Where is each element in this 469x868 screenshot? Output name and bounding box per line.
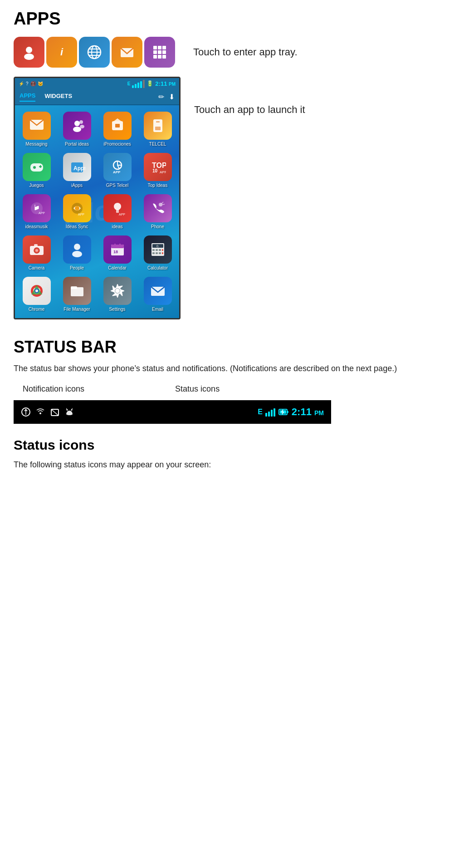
app-tray-icons: i: [14, 37, 175, 68]
svg-rect-14: [153, 55, 157, 59]
svg-line-48: [162, 204, 165, 205]
app-top-ideas[interactable]: TOP10APP Top Ideas: [138, 150, 177, 191]
svg-rect-25: [155, 127, 161, 130]
screenshot-demo-icon: [50, 407, 60, 417]
svg-rect-64: [156, 249, 158, 251]
svg-point-21: [80, 125, 84, 128]
phone-screenshot-container: ⚡ ? 📵 🐱 E 🔋 2:11 PM APPS WID: [14, 77, 455, 319]
bar2: [135, 84, 137, 88]
tray-icon-contact[interactable]: [14, 37, 44, 68]
tray-icon-grid[interactable]: [144, 37, 175, 68]
edit-icon[interactable]: ✏: [158, 93, 164, 101]
svg-rect-52: [34, 244, 38, 246]
launch-text: Touch an app to launch it: [194, 104, 305, 115]
svg-point-43: [114, 203, 121, 210]
app-calculator[interactable]: 0. Calculator: [138, 233, 177, 273]
app-chrome[interactable]: Chrome: [17, 274, 56, 314]
bar5: [143, 80, 145, 88]
svg-text:APP: APP: [39, 211, 45, 215]
app-calendar[interactable]: 18 Calendar: [98, 233, 137, 273]
tray-icon-email[interactable]: [112, 37, 142, 68]
demo-bar4: [274, 408, 275, 417]
svg-rect-76: [71, 286, 77, 289]
svg-rect-70: [162, 252, 163, 254]
app-ideas[interactable]: APP ideas: [98, 191, 137, 232]
app-messaging[interactable]: Messaging: [17, 109, 56, 149]
app-file-manager[interactable]: File Manager: [57, 274, 97, 314]
app-ideasmusik[interactable]: APP ideasmusik: [17, 191, 56, 232]
apps-grid: Messaging Portal ideas iPromociones: [15, 105, 179, 318]
wifi-icon: ?: [26, 81, 29, 86]
phone-tabs: APPS WIDGETS ✏ ⬇: [15, 89, 179, 105]
app-settings[interactable]: Settings: [98, 274, 137, 314]
app-label-portal-ideas: Portal ideas: [65, 142, 89, 147]
demo-bar1: [265, 413, 267, 417]
phone-tab-icons: ✏ ⬇: [158, 93, 175, 101]
svg-rect-56: [111, 245, 124, 248]
apps-title: APPS: [14, 9, 455, 29]
svg-rect-67: [152, 252, 155, 254]
svg-rect-66: [162, 249, 163, 251]
svg-text:0.: 0.: [156, 245, 159, 248]
svg-rect-27: [30, 163, 43, 172]
app-label-ideasmusik: ideasmusik: [25, 224, 48, 229]
usb-demo-icon: [21, 407, 31, 417]
app-gps-telcel[interactable]: APP GPS Telcel: [98, 150, 137, 191]
svg-rect-65: [159, 249, 161, 251]
app-label-telcel: TELCEL: [149, 142, 166, 147]
launch-text-container: Touch an app to launch it: [194, 77, 305, 116]
status-icons-description: The following status icons may appear on…: [14, 458, 455, 471]
app-phone[interactable]: Phone: [138, 191, 177, 232]
app-label-ipromociones: iPromociones: [103, 142, 131, 147]
svg-rect-23: [115, 124, 120, 128]
signal-icon: E: [127, 81, 131, 86]
app-people[interactable]: People: [57, 233, 97, 273]
svg-point-81: [39, 412, 41, 414]
svg-rect-30: [40, 165, 41, 168]
demo-time: 2:11 PM: [292, 406, 324, 418]
app-ipromociones[interactable]: iPromociones: [98, 109, 137, 149]
tab-apps[interactable]: APPS: [20, 92, 35, 102]
svg-text:APP: APP: [160, 170, 166, 174]
status-icons-title: Status icons: [14, 437, 455, 453]
svg-line-47: [161, 202, 163, 204]
app-portal-ideas[interactable]: Portal ideas: [57, 109, 97, 149]
app-tray-row: i Touch to enter app tray.: [14, 37, 455, 68]
svg-rect-16: [162, 55, 166, 59]
app-telcel[interactable]: TELCEL: [138, 109, 177, 149]
status-icons-section: Status icons The following status icons …: [14, 437, 455, 471]
status-bar-demo: E 2:11 PM: [14, 400, 331, 424]
status-bar-description: The status bar shows your phone’s status…: [14, 362, 455, 375]
phone-status-bar: ⚡ ? 📵 🐱 E 🔋 2:11 PM: [15, 78, 179, 89]
tray-icon-info[interactable]: i: [46, 37, 77, 68]
app-label-file-manager: File Manager: [64, 307, 90, 312]
signal-bars: [132, 79, 145, 88]
app-juegos[interactable]: Juegos: [17, 150, 56, 191]
bar1: [132, 85, 134, 88]
phone-status-left: ⚡ ? 📵 🐱: [19, 81, 43, 86]
battery-icon: 🔋: [147, 80, 153, 87]
app-camera[interactable]: Camera: [17, 233, 56, 273]
svg-point-1: [24, 54, 34, 60]
svg-text:Apps: Apps: [73, 165, 85, 172]
svg-rect-26: [156, 121, 160, 123]
app-label-people: People: [70, 265, 84, 270]
svg-rect-68: [156, 252, 158, 254]
svg-point-51: [35, 249, 38, 252]
phone-status-right: E 🔋 2:11 PM: [127, 79, 176, 88]
svg-rect-59: [119, 244, 121, 246]
app-label-messaging: Messaging: [25, 142, 47, 147]
app-ideas-sync[interactable]: APP Ideas Sync: [57, 191, 97, 232]
svg-rect-9: [158, 46, 161, 49]
app-email[interactable]: Email: [138, 274, 177, 314]
app-label-settings: Settings: [109, 307, 125, 312]
app-iapps[interactable]: Apps iApps: [57, 150, 97, 191]
app-label-iapps: iApps: [71, 183, 83, 188]
tab-widgets[interactable]: WIDGETS: [44, 93, 72, 101]
app-label-calendar: Calendar: [108, 265, 127, 270]
svg-text:APP: APP: [113, 170, 121, 174]
download-icon[interactable]: ⬇: [169, 93, 175, 101]
tray-icon-browser[interactable]: [79, 37, 110, 68]
e-indicator: E: [258, 408, 263, 416]
svg-rect-8: [153, 46, 157, 49]
